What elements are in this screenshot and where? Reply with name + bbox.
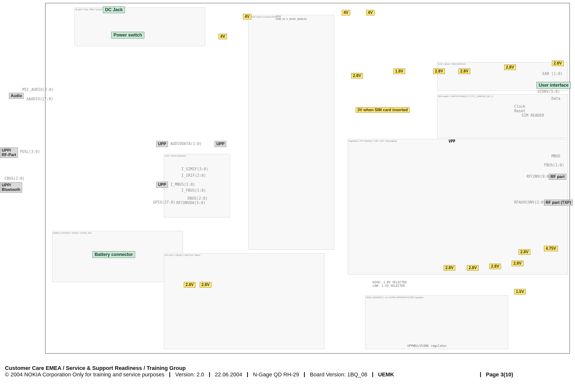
voltage-2-8v-j: 2.8V — [489, 264, 501, 269]
label-upp-3: UPP — [156, 182, 168, 188]
bus-xaudio: XAUDIO(17:0) — [26, 97, 53, 101]
bus-fbus: FBUS(1:0) — [544, 163, 564, 167]
voltage-4v-3: 4V — [342, 10, 350, 15]
page-footer: Customer Care EMEA / Service & Support R… — [5, 365, 571, 378]
bus-vpp: VPP — [449, 139, 455, 143]
footer-copyright: © 2004 NOKIA Corporation Only for traini… — [5, 371, 164, 378]
schematic-region-bottom: VFLASH / GENIO / VBATVR / filters — [164, 253, 324, 349]
footer-line2: © 2004 NOKIA Corporation Only for traini… — [5, 371, 571, 378]
bus-isimif: I_SIMIF(3:0) — [181, 167, 208, 171]
bus-mbus: MBUS — [551, 154, 560, 158]
bus-rfconv: RFCONV(9:0) — [527, 174, 551, 179]
label-upp-2: UPP — [215, 141, 226, 147]
footer-line1: Customer Care EMEA / Service & Support R… — [5, 365, 571, 371]
label-rf-part-txp: RF part (TXP) — [544, 200, 573, 206]
voltage-1-8v: 1.8V — [393, 69, 405, 74]
footer-date: 22.06.2004 — [215, 371, 242, 378]
voltage-2-8v-c: 2.8V — [459, 69, 470, 74]
footer-board-label: Board Version: — [310, 371, 346, 378]
label-rf-part: RF part — [549, 174, 566, 180]
bus-audiodata: AUDIODATA(1:0) — [170, 142, 202, 146]
voltage-2-8v-g: 2.8V — [200, 282, 211, 287]
voltage-2-8v-k: 2.8V — [512, 261, 523, 266]
note-regulator: UPPWD2/VCORE regulator — [407, 344, 447, 348]
bus-ear: EAR (1:0) — [542, 71, 563, 76]
bus-reset: Reset — [514, 109, 525, 113]
voltage-4v-2: 4V — [219, 34, 227, 39]
bus-pusl: PUSL(3:0) — [20, 149, 40, 154]
bus-mic-audio: MIC_AUDIO(2:0) — [22, 87, 54, 92]
footer-block: UEMK — [378, 371, 394, 378]
footer-version: 2.0 — [196, 371, 204, 378]
bus-ifbus: I_FBUS(1:0) — [181, 188, 206, 193]
note-ipss: IPSS UEMK_V4.4_V0305_ENABLED — [276, 15, 307, 20]
voltage-2-8v-i: 2.8V — [467, 265, 479, 271]
footer-board: 1BQ_08 — [347, 371, 367, 378]
voltage-sim-3v: 3V when SIM card inserted — [356, 107, 410, 113]
schematic-region-vcore: N260 LM2608ATL-1.8_NOPB UPPWD2/VCORE reg… — [365, 295, 508, 349]
voltage-2-8v-a: 2.8V — [351, 73, 363, 78]
schematic-region-sim: SIM reader / EMIF03-SIM01/2 / CT07_10M00… — [437, 94, 568, 138]
voltage-2-8v-l: 2.8V — [519, 249, 530, 255]
bus-dbus: DBUS(2:0) — [188, 196, 208, 201]
label-dc-jack: DC Jack — [103, 6, 125, 13]
note-hilow: HIGH: 1.8V SELECTED LOW: 1.5V SELECTED — [373, 281, 407, 287]
label-user-interface: User interface — [537, 82, 571, 89]
voltage-4-75v: 4.75V — [544, 246, 558, 251]
voltage-2-8v-h: 2.8V — [444, 265, 455, 271]
voltage-4v-1: 4V — [243, 14, 251, 19]
voltage-4v-4: 4V — [366, 10, 375, 15]
voltage-2-8v-f: 2.8V — [184, 282, 195, 287]
bus-clock: Clock — [514, 104, 525, 109]
schematic-region-right: regulators / RF interface / VR1..VR7 / d… — [348, 139, 568, 275]
schematic-region-top-left: dc jack / fuse / filter / power switch c… — [75, 7, 205, 46]
label-battery-connector: Battery connector — [92, 251, 135, 258]
schematic-region-uemk: UEMK main IC pinout block — [248, 15, 334, 250]
label-upp-bt: UPP/ Bluetooth — [0, 182, 22, 193]
footer-product: N-Gage QD RH-29 — [253, 371, 299, 378]
bus-iirif: I_IRIF(2:0) — [181, 173, 206, 178]
bus-cbus: CBUS(2:0) — [4, 176, 25, 181]
bus-rfconvda: RFCONVDA(5:0) — [176, 201, 205, 205]
label-audio: Audio — [9, 93, 24, 99]
bus-uidrv: UIDRV(5:0) — [537, 89, 560, 94]
bus-imbus: I_MBUS(1:0) — [170, 182, 195, 187]
bus-data: Data — [551, 96, 560, 101]
voltage-2-8v-e: 2.8V — [552, 61, 564, 66]
voltage-1-5v: 1.5V — [514, 289, 526, 294]
voltage-2-8v-d: 2.8V — [504, 65, 516, 70]
voltage-2-8v-b: 2.8V — [433, 69, 445, 74]
bus-sim-reader: SIM READER — [522, 113, 544, 118]
label-power-switch: Power switch — [111, 32, 144, 38]
label-upp-rf: UPP/ RF-Part — [0, 147, 18, 158]
footer-version-label: Version: — [175, 371, 195, 378]
bus-rfauxconv: RFAUXCONV(2:0) — [514, 200, 545, 205]
label-upp-1: UPP — [156, 141, 168, 147]
bus-gpio: GPIO(37:0) — [153, 200, 175, 205]
footer-page: Page 3(10) — [486, 371, 513, 378]
